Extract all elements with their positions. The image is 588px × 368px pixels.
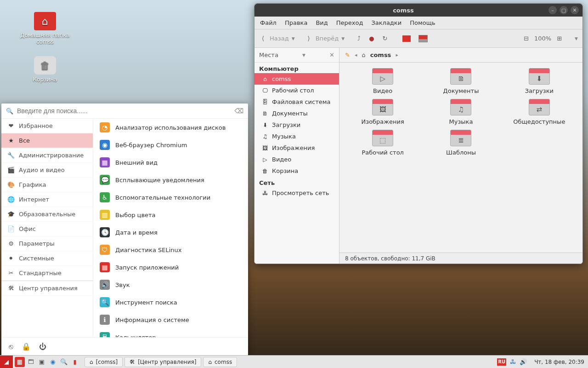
menubar-item[interactable]: Файл [260, 19, 277, 26]
lock-button[interactable]: 🔒 [22, 342, 31, 351]
file-item[interactable]: ⬚Рабочий стол [345, 130, 420, 156]
power-button[interactable]: ⏻ [39, 342, 46, 351]
menu-category[interactable]: ★Все [1, 133, 93, 148]
file-item[interactable]: ⇄Общедоступные [502, 99, 577, 125]
launcher-files-icon[interactable]: 🗔 [26, 357, 36, 367]
menu-category[interactable]: 🛠Центр управления [1, 281, 93, 296]
back-button[interactable]: ⟨ [259, 33, 267, 44]
menubar-item[interactable]: Помощь [410, 19, 435, 26]
launcher-search-icon[interactable]: 🔍 [59, 357, 69, 367]
home-toolbar-button[interactable] [400, 34, 413, 44]
taskbar-task[interactable]: 🛠[Центр управления] [124, 357, 201, 367]
close-button[interactable]: ✕ [571, 6, 579, 14]
menubar-item[interactable]: Правка [285, 19, 307, 26]
places-close-button[interactable]: ✕ [329, 52, 334, 58]
file-item[interactable]: 🗎Документы [423, 68, 498, 94]
menu-app[interactable]: ♿Вспомогательные технологии [93, 189, 248, 206]
menu-category[interactable]: 🎬Аудио и видео [1, 163, 93, 178]
stop-button[interactable]: ● [366, 33, 377, 44]
path-prev-icon[interactable]: ◂ [355, 52, 357, 58]
places-drop-icon[interactable]: ▼ [302, 53, 305, 58]
forward-history-drop[interactable]: ▼ [341, 36, 345, 41]
menu-app[interactable]: 💬Всплывающие уведомления [93, 171, 248, 189]
network-tray-icon[interactable]: 🖧 [510, 358, 516, 365]
launcher-terminal-icon[interactable]: ▣ [37, 357, 47, 367]
menu-category[interactable]: ⚙Параметры [1, 236, 93, 251]
places-item[interactable]: ⬇Загрузки [254, 119, 339, 131]
place-icon: ⌂ [262, 76, 268, 82]
computer-toolbar-button[interactable] [416, 34, 430, 44]
menu-category[interactable]: ❤Избранное [1, 119, 93, 133]
menu-app[interactable]: 🖩Калькулятор [93, 328, 248, 337]
logout-button[interactable]: ⎋ [9, 342, 13, 351]
menu-app[interactable]: ▦Внешний вид [93, 154, 248, 171]
places-item[interactable]: ▷Видео [254, 154, 339, 165]
forward-button[interactable]: ⟩ [305, 33, 313, 44]
places-item[interactable]: 🖼Изображения [254, 142, 339, 154]
places-item[interactable]: 🖧Просмотреть сеть [254, 187, 339, 199]
menu-category[interactable]: 📄Офис [1, 222, 93, 236]
desktop-icon-trash[interactable]: 🗑 Корзина [17, 56, 73, 83]
zoom-in-button[interactable]: ⊞ [554, 33, 565, 44]
taskbar-task[interactable]: ⌂[comss] [85, 357, 123, 367]
zoom-out-button[interactable]: ⊟ [521, 33, 531, 44]
menu-app[interactable]: 🔍Инструмент поиска [93, 293, 248, 311]
clock[interactable]: Чт, 18 фев, 20:39 [531, 359, 588, 365]
menu-app[interactable]: 🛡Диагностика SELinux [93, 241, 248, 259]
menu-category[interactable]: 🌐Интернет [1, 192, 93, 207]
file-item[interactable]: 🖼Изображения [345, 99, 420, 125]
menubar-item[interactable]: Переход [336, 19, 363, 26]
place-icon: 🗑 [262, 168, 268, 174]
menu-category[interactable]: 🎨Графика [1, 178, 93, 192]
reload-button[interactable]: ↻ [380, 33, 390, 44]
launcher-app-icon[interactable]: ▮ [70, 357, 80, 367]
menu-category[interactable]: ✂Стандартные [1, 266, 93, 281]
up-button[interactable]: ⤴ [355, 33, 363, 44]
path-crumb[interactable]: comss [370, 52, 391, 58]
path-home-icon[interactable]: ⌂ [362, 52, 365, 58]
menu-app[interactable]: ◉Веб-браузер Chromium [93, 136, 248, 154]
launcher-workspace-icon[interactable]: ▦ [15, 357, 25, 367]
file-item[interactable]: ▷Видео [345, 68, 420, 94]
menu-app[interactable]: ▥Выбор цвета [93, 206, 248, 224]
menu-app[interactable]: 🕓Дата и время [93, 224, 248, 241]
path-next-icon[interactable]: ▸ [396, 52, 398, 58]
places-item[interactable]: 🗑Корзина [254, 165, 339, 177]
window-title: comss [258, 7, 548, 14]
search-input[interactable] [17, 107, 231, 115]
menu-category[interactable]: 🔧Администрирование [1, 148, 93, 163]
menu-category[interactable]: ⚫Системные [1, 251, 93, 266]
menubar-item[interactable]: Вид [316, 19, 328, 26]
window-titlebar[interactable]: comss – ▢ ✕ [254, 4, 582, 17]
menu-app[interactable]: ▦Запуск приложений [93, 259, 248, 276]
clear-search-icon[interactable]: ⌫ [234, 107, 243, 115]
menu-app[interactable]: ◔Анализатор использования дисков [93, 119, 248, 136]
folder-icon: ⬚ [372, 130, 393, 146]
status-bar: 8 объектов, свободно: 11,7 GiB [339, 253, 582, 264]
places-item[interactable]: 🖵Рабочий стол [254, 85, 339, 96]
places-item[interactable]: 🗄Файловая система [254, 96, 339, 108]
category-icon: ✂ [7, 270, 15, 276]
menubar-item[interactable]: Закладки [371, 19, 401, 26]
volume-tray-icon[interactable]: 🔊 [520, 358, 527, 365]
place-icon: 🖧 [262, 190, 268, 196]
view-mode-drop[interactable]: ▼ [575, 36, 578, 41]
menu-app[interactable]: ℹИнформация о системе [93, 311, 248, 328]
launcher-browser-icon[interactable]: ◉ [48, 357, 58, 367]
file-item[interactable]: ♫Музыка [423, 99, 498, 125]
places-item[interactable]: 🗎Документы [254, 108, 339, 119]
menu-app[interactable]: 🔊Звук [93, 276, 248, 293]
places-item[interactable]: ⌂comss [254, 73, 339, 85]
back-history-drop[interactable]: ▼ [292, 36, 295, 41]
desktop-icon-home[interactable]: ⌂ Домашняя папка comss [17, 12, 73, 45]
file-item[interactable]: ≣Шаблоны [423, 130, 498, 156]
file-item[interactable]: ⬇Загрузки [502, 68, 577, 94]
maximize-button[interactable]: ▢ [560, 6, 568, 14]
start-button[interactable]: ◢ [0, 356, 13, 368]
places-item[interactable]: ♫Музыка [254, 131, 339, 142]
edit-path-icon[interactable]: ✎ [345, 52, 350, 58]
keyboard-layout-indicator[interactable]: RU [497, 358, 506, 366]
minimize-button[interactable]: – [548, 6, 557, 14]
taskbar-task[interactable]: ⌂comss [203, 357, 237, 367]
menu-category[interactable]: 🎓Образовательные [1, 207, 93, 222]
